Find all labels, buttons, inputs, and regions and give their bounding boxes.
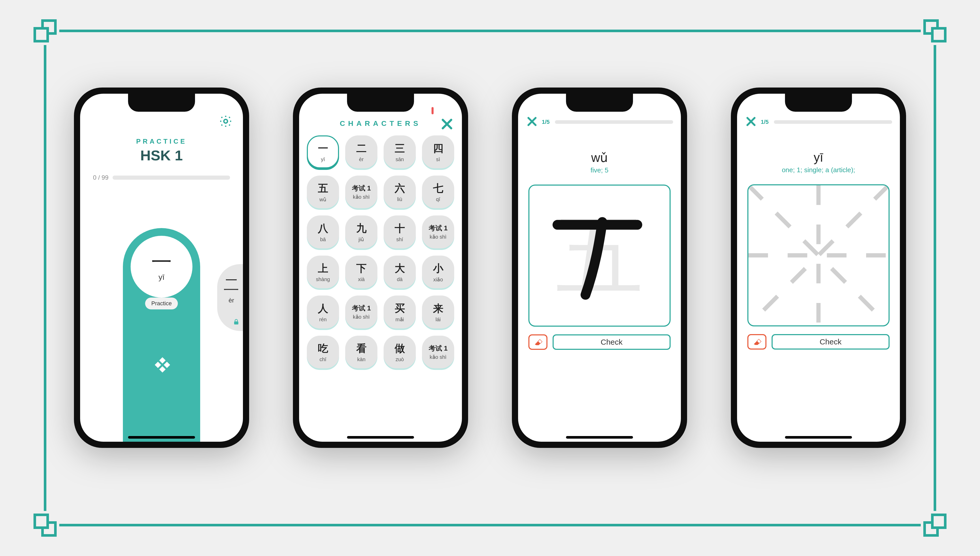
prompt-definition: five; 5 bbox=[518, 166, 681, 174]
cell-pinyin: chī bbox=[319, 357, 326, 362]
character-cell[interactable]: 考试 1kǎo shì bbox=[422, 215, 454, 248]
eraser-icon bbox=[533, 338, 543, 347]
cell-glyph: 买 bbox=[395, 301, 405, 315]
character-cell[interactable]: 五wǔ bbox=[307, 176, 339, 208]
progress-bar bbox=[774, 120, 892, 124]
writing-canvas[interactable] bbox=[747, 184, 889, 326]
cell-pinyin: kǎo shì bbox=[430, 354, 447, 360]
writing-canvas[interactable]: 五 bbox=[528, 184, 671, 326]
cell-glyph: 一 bbox=[318, 141, 328, 155]
cell-glyph: 考试 1 bbox=[429, 344, 448, 353]
cell-pinyin: zuò bbox=[395, 357, 404, 362]
cell-glyph: 看 bbox=[356, 341, 367, 356]
cell-pinyin: shí bbox=[396, 236, 403, 242]
cell-glyph: 考试 1 bbox=[352, 304, 371, 313]
prompt-definition: one; 1; single; a (article); bbox=[737, 166, 900, 174]
prompt-pinyin: yī bbox=[737, 150, 900, 165]
cell-glyph: 吃 bbox=[318, 341, 328, 356]
erase-button[interactable] bbox=[747, 334, 766, 349]
grid-guides bbox=[748, 185, 889, 325]
character-cell[interactable]: 八bā bbox=[307, 215, 339, 248]
character-cell[interactable]: 买mǎi bbox=[384, 296, 416, 328]
cell-pinyin: yī bbox=[321, 157, 325, 162]
erase-button[interactable] bbox=[528, 335, 548, 350]
cell-glyph: 六 bbox=[395, 181, 405, 196]
character-cell[interactable]: 六liù bbox=[384, 176, 416, 208]
cell-glyph: 来 bbox=[433, 301, 443, 315]
character-cell[interactable]: 大dà bbox=[384, 255, 416, 289]
lesson-carousel[interactable]: 一 yī Practice 二 èr bbox=[80, 228, 243, 442]
character-cell[interactable]: 考试 1kǎo shì bbox=[345, 296, 377, 328]
character-cell[interactable]: 考试 1kǎo shì bbox=[345, 176, 377, 208]
cell-glyph: 三 bbox=[395, 141, 405, 155]
character-cell[interactable]: 做zuò bbox=[384, 336, 416, 369]
cell-pinyin: dà bbox=[397, 276, 402, 282]
cell-glyph: 下 bbox=[356, 261, 367, 275]
svg-point-0 bbox=[224, 120, 227, 123]
svg-rect-3 bbox=[164, 362, 170, 368]
cell-pinyin: èr bbox=[359, 157, 364, 162]
character-cell[interactable]: 人rén bbox=[307, 296, 339, 328]
close-icon[interactable] bbox=[440, 117, 454, 132]
phone-characters-grid: CHARACTERS 一yī二èr三sān四sì五wǔ考试 1kǎo shì六l… bbox=[293, 87, 468, 448]
next-glyph: 二 bbox=[224, 275, 239, 295]
practice-button[interactable]: Practice bbox=[145, 297, 178, 309]
cell-glyph: 考试 1 bbox=[429, 224, 448, 233]
cell-pinyin: kǎo shì bbox=[430, 234, 447, 240]
character-cell[interactable]: 下xià bbox=[345, 255, 377, 289]
cell-pinyin: liù bbox=[397, 196, 402, 202]
cell-pinyin: xiǎo bbox=[433, 276, 443, 283]
characters-title: CHARACTERS bbox=[340, 120, 421, 128]
check-button[interactable]: Check bbox=[771, 334, 889, 349]
svg-rect-5 bbox=[234, 322, 238, 325]
cell-glyph: 九 bbox=[356, 221, 367, 235]
eraser-icon bbox=[752, 337, 761, 346]
cell-pinyin: bā bbox=[320, 236, 326, 242]
lock-icon bbox=[233, 318, 240, 326]
check-button[interactable]: Check bbox=[552, 335, 671, 350]
cell-pinyin: lái bbox=[436, 317, 441, 323]
cell-glyph: 大 bbox=[395, 261, 405, 275]
character-cell[interactable]: 看kàn bbox=[345, 336, 377, 369]
phone-write-yi: 1/5 yī one; 1; single; a (article); bbox=[731, 87, 906, 448]
close-icon[interactable] bbox=[745, 115, 757, 129]
character-cell[interactable]: 考试 1kǎo shì bbox=[422, 336, 454, 369]
cell-glyph: 二 bbox=[356, 141, 367, 155]
cell-pinyin: kǎo shì bbox=[353, 314, 370, 320]
character-cell[interactable]: 上shàng bbox=[307, 255, 339, 289]
character-cell[interactable]: 二èr bbox=[345, 136, 377, 168]
progress-bar bbox=[555, 120, 673, 124]
diamond-icon bbox=[152, 357, 170, 376]
user-strokes bbox=[530, 186, 669, 326]
character-cell[interactable]: 十shí bbox=[384, 215, 416, 248]
cell-pinyin: rén bbox=[319, 317, 327, 323]
phone-write-wu: 1/5 wǔ five; 5 五 bbox=[512, 87, 687, 448]
cell-glyph: 做 bbox=[395, 341, 405, 356]
close-icon[interactable] bbox=[526, 115, 538, 129]
cell-pinyin: shàng bbox=[316, 276, 330, 282]
cell-glyph: 人 bbox=[318, 301, 328, 315]
settings-icon[interactable] bbox=[219, 114, 233, 129]
cell-pinyin: xià bbox=[358, 276, 365, 282]
next-pinyin: èr bbox=[228, 297, 234, 304]
character-cell[interactable]: 吃chī bbox=[307, 336, 339, 369]
character-cell[interactable]: 来lái bbox=[422, 296, 454, 328]
cell-pinyin: sān bbox=[395, 157, 404, 162]
character-cell[interactable]: 四sì bbox=[422, 136, 454, 168]
character-cell[interactable]: 九jiǔ bbox=[345, 215, 377, 248]
lesson-glyph: 一 bbox=[151, 252, 172, 272]
cell-glyph: 上 bbox=[318, 261, 328, 275]
character-cell[interactable]: 三sān bbox=[384, 136, 416, 168]
characters-grid: 一yī二èr三sān四sì五wǔ考试 1kǎo shì六liù七qī八bā九ji… bbox=[299, 136, 462, 369]
question-counter: 1/5 bbox=[761, 119, 769, 125]
lesson-pinyin: yī bbox=[159, 273, 164, 281]
character-cell[interactable]: 一yī bbox=[307, 136, 339, 168]
lesson-card-next[interactable]: 二 èr bbox=[217, 264, 243, 331]
phone-practice-home: PRACTICE HSK 1 0 / 99 一 yī Practice bbox=[74, 87, 249, 448]
lesson-card-main[interactable]: 一 yī Practice bbox=[123, 228, 200, 442]
character-cell[interactable]: 小xiǎo bbox=[422, 255, 454, 289]
question-counter: 1/5 bbox=[542, 119, 550, 125]
character-cell[interactable]: 七qī bbox=[422, 176, 454, 208]
practice-title: HSK 1 bbox=[80, 147, 243, 164]
cell-glyph: 五 bbox=[318, 181, 328, 196]
